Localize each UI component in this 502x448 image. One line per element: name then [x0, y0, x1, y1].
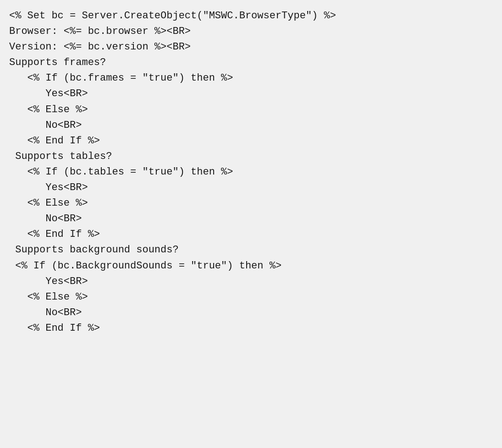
- code-line: <% Else %>: [9, 196, 493, 211]
- code-line: Supports frames?: [9, 55, 493, 71]
- code-line: <% End If %>: [9, 133, 493, 149]
- code-line: <% End If %>: [9, 227, 493, 242]
- code-line: No<BR>: [9, 305, 493, 321]
- code-line: <% Set bc = Server.CreateObject("MSWC.Br…: [9, 8, 493, 24]
- code-line: <% End If %>: [9, 321, 493, 336]
- code-line: Yes<BR>: [9, 274, 493, 290]
- code-line: No<BR>: [9, 211, 493, 227]
- code-display: <% Set bc = Server.CreateObject("MSWC.Br…: [9, 8, 493, 336]
- code-line: No<BR>: [9, 118, 493, 133]
- code-line: Browser: <%= bc.browser %><BR>: [9, 24, 493, 39]
- code-line: Version: <%= bc.version %><BR>: [9, 39, 493, 55]
- code-line: Yes<BR>: [9, 180, 493, 196]
- code-line: Supports background sounds?: [9, 242, 493, 258]
- code-line: Supports tables?: [9, 149, 493, 164]
- code-line: <% If (bc.BackgroundSounds = "true") the…: [9, 258, 493, 274]
- code-line: <% Else %>: [9, 102, 493, 118]
- code-line: <% If (bc.frames = "true") then %>: [9, 71, 493, 86]
- code-line: Yes<BR>: [9, 86, 493, 102]
- code-line: <% If (bc.tables = "true") then %>: [9, 164, 493, 180]
- code-line: <% Else %>: [9, 290, 493, 305]
